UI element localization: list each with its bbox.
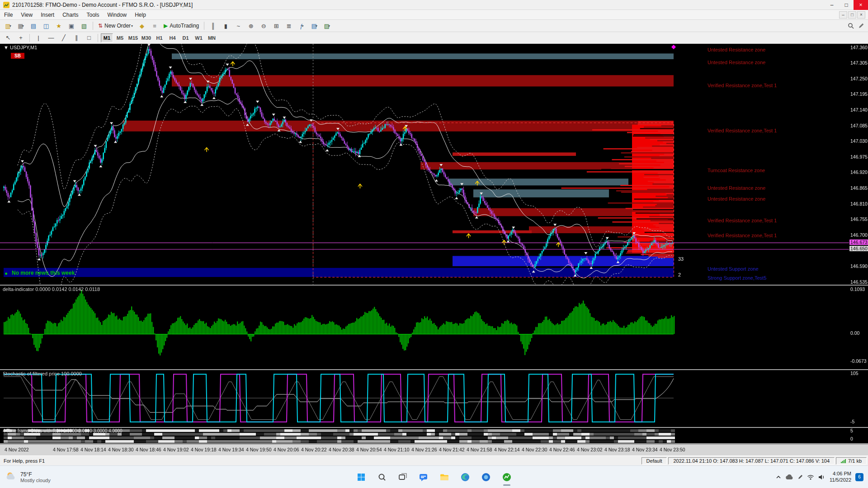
- time-axis[interactable]: 4 Nov 20224 Nov 17:584 Nov 18:144 Nov 18…: [0, 444, 868, 455]
- dropdown-caret-icon[interactable]: ▾: [316, 24, 317, 28]
- gidus-scale[interactable]: 50: [849, 428, 868, 443]
- timeframe-m5-button[interactable]: M5: [114, 33, 126, 42]
- onedrive-icon[interactable]: [785, 474, 793, 480]
- arrange-windows-icon[interactable]: ≣: [283, 21, 295, 31]
- options-icon[interactable]: ≡: [149, 21, 160, 31]
- chart-bars-icon[interactable]: ║: [207, 21, 219, 31]
- crosshair-tool-icon[interactable]: +: [15, 33, 27, 43]
- terminal-icon[interactable]: ▣: [66, 21, 77, 31]
- chart-line-icon[interactable]: ~: [232, 21, 244, 31]
- search-icon[interactable]: [373, 468, 391, 486]
- chart-close-button[interactable]: ×: [857, 11, 865, 19]
- metaeditor-icon[interactable]: ◆: [136, 21, 148, 31]
- strategy-tester-icon[interactable]: ▧: [78, 21, 90, 31]
- maximize-button[interactable]: □: [839, 0, 854, 10]
- navigator-icon[interactable]: ★: [53, 21, 65, 31]
- timeframe-mn-button[interactable]: MN: [206, 33, 218, 42]
- metatrader-icon[interactable]: [498, 468, 516, 486]
- market-watch-icon[interactable]: ▤: [28, 21, 39, 31]
- equidistant-channel-tool-icon[interactable]: ∥: [71, 33, 82, 43]
- price-scale-label: 146.535: [850, 279, 868, 285]
- stochastic-canvas[interactable]: [0, 370, 849, 427]
- notification-badge[interactable]: 6: [855, 473, 863, 481]
- menu-file[interactable]: File: [0, 10, 17, 19]
- dropdown-caret-icon[interactable]: ▾: [328, 24, 330, 28]
- menu-help[interactable]: Help: [131, 10, 150, 19]
- pen-icon[interactable]: [797, 474, 803, 480]
- chart-restore-button[interactable]: □: [848, 11, 856, 19]
- chat-icon[interactable]: [415, 468, 433, 486]
- chevron-up-icon[interactable]: [776, 475, 781, 479]
- minimize-button[interactable]: –: [825, 0, 839, 10]
- cursor-tool-icon[interactable]: ↖: [2, 33, 14, 43]
- delta-scale-label: -0.0673: [850, 358, 867, 364]
- vertical-line-tool-icon[interactable]: |: [33, 33, 44, 43]
- timeframe-m30-button[interactable]: M30: [140, 33, 152, 42]
- statusbar: For Help, press F1 Default 2022.11.04 21…: [0, 455, 868, 465]
- horizontal-line-tool-icon[interactable]: —: [45, 33, 57, 43]
- wifi-icon[interactable]: [807, 474, 814, 480]
- taskbar-weather-widget[interactable]: 75°F Mostly cloudy: [0, 470, 118, 484]
- edge-icon[interactable]: [456, 468, 474, 486]
- menu-tools[interactable]: Tools: [83, 10, 104, 19]
- timeframe-w1-button[interactable]: W1: [193, 33, 205, 42]
- clock-time: 4:06 PM: [830, 471, 851, 477]
- file-explorer-icon[interactable]: [435, 468, 453, 486]
- new-chart-icon[interactable]: ▥▾: [2, 21, 14, 31]
- menu-charts[interactable]: Charts: [58, 10, 82, 19]
- timeframe-h4-button[interactable]: H4: [166, 33, 179, 42]
- shapes-tool-icon[interactable]: □: [83, 33, 95, 43]
- time-axis-label: 4 Nov 19:34: [218, 447, 244, 452]
- indicators-icon[interactable]: ƒ▾: [296, 21, 307, 31]
- task-view-icon[interactable]: [394, 468, 412, 486]
- timeframe-m1-button[interactable]: M1: [101, 33, 113, 42]
- templates-icon[interactable]: ▨▾: [321, 21, 333, 31]
- tile-windows-icon[interactable]: ⊞: [270, 21, 282, 31]
- price-scale-label: 147.250: [850, 76, 868, 81]
- autotrading-button[interactable]: ▶AutoTrading: [161, 21, 202, 31]
- status-profile[interactable]: Default: [642, 457, 667, 465]
- zoom-in-icon[interactable]: ⊕: [245, 21, 257, 31]
- volume-icon[interactable]: [818, 474, 826, 480]
- dropdown-caret-icon[interactable]: ▾: [9, 24, 11, 28]
- timeframe-d1-button[interactable]: D1: [179, 33, 192, 42]
- timeframe-m15-button[interactable]: M15: [127, 33, 139, 42]
- taskbar-clock[interactable]: 4:06 PM 11/5/2022: [830, 471, 851, 483]
- tray-icons: [776, 474, 826, 480]
- standard-toolbar: ▥▾▦▾▤◫★▣▧⇅New Order▾◆≡▶AutoTrading║▮~⊕⊖⊞…: [0, 20, 868, 32]
- periods-icon[interactable]: ▤▾: [308, 21, 320, 31]
- dropdown-caret-icon[interactable]: ▾: [22, 24, 24, 28]
- main-chart-canvas[interactable]: [0, 44, 849, 285]
- windows-start-icon[interactable]: [352, 468, 370, 486]
- zoom-out-icon[interactable]: ⊖: [258, 21, 269, 31]
- window-controls: – □ ×: [825, 0, 868, 10]
- chart-minimize-button[interactable]: –: [839, 11, 847, 19]
- trendline-tool-icon[interactable]: ╱: [58, 33, 70, 43]
- delta-indicator-label: delta-indicator 0.0000 0.0142 0.0142 0.0…: [3, 286, 100, 292]
- menu-window[interactable]: Window: [104, 10, 131, 19]
- edit-icon[interactable]: [858, 23, 864, 29]
- search-icon[interactable]: [848, 23, 854, 29]
- gidus-canvas[interactable]: [0, 428, 849, 443]
- data-window-icon[interactable]: ◫: [40, 21, 52, 31]
- time-axis-label: 4 Nov 23:02: [577, 447, 603, 452]
- close-button[interactable]: ×: [854, 0, 868, 10]
- new-order-button[interactable]: ⇅New Order▾: [95, 21, 136, 31]
- chart-candles-icon[interactable]: ▮: [220, 21, 231, 31]
- price-scale-label: 146.865: [850, 185, 868, 191]
- price-scale-label: 146.810: [850, 201, 868, 206]
- delta-indicator-canvas[interactable]: [0, 286, 849, 369]
- autotrading-label: AutoTrading: [170, 23, 199, 29]
- price-scale-label: 146.755: [850, 216, 868, 222]
- dropdown-caret-icon[interactable]: ▾: [131, 24, 133, 28]
- menu-insert[interactable]: Insert: [37, 10, 58, 19]
- edge-blue-icon[interactable]: [477, 468, 495, 486]
- menu-view[interactable]: View: [17, 10, 37, 19]
- price-scale[interactable]: 147.360147.305147.250147.195147.140147.0…: [849, 44, 868, 285]
- timeframe-h1-button[interactable]: H1: [153, 33, 165, 42]
- dropdown-caret-icon[interactable]: ▾: [302, 24, 303, 28]
- delta-scale[interactable]: 0.10930.00-0.0673: [849, 286, 868, 369]
- price-scale-label: 146.920: [850, 169, 868, 175]
- stochastic-scale[interactable]: 105-5: [849, 370, 868, 427]
- profiles-icon[interactable]: ▦▾: [15, 21, 27, 31]
